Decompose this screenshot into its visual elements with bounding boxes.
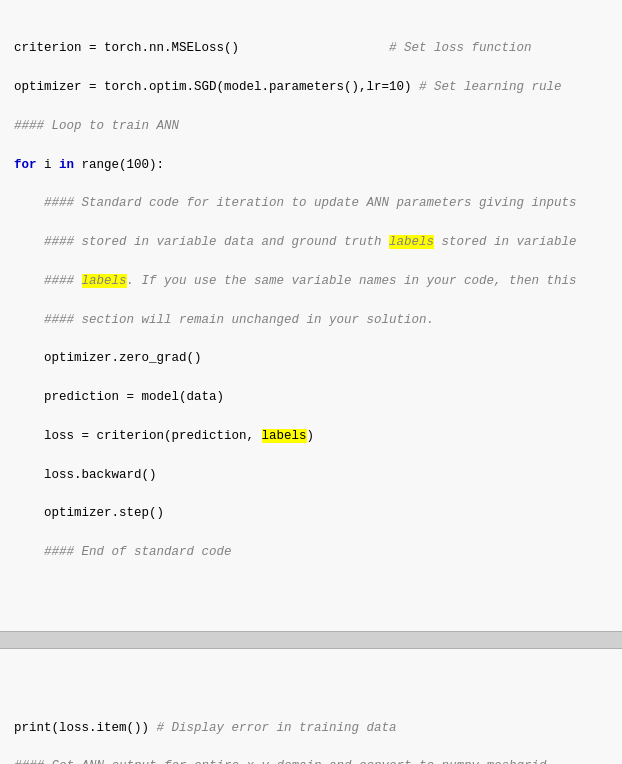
code-line: #### labels. If you use the same variabl… [14, 272, 608, 291]
code-line: for i in range(100): [14, 156, 608, 175]
code-line: loss.backward() [14, 466, 608, 485]
code-line: #### Loop to train ANN [14, 117, 608, 136]
code-section-top: criterion = torch.nn.MSELoss() # Set los… [0, 0, 622, 631]
code-line: optimizer.step() [14, 504, 608, 523]
code-line: prediction = model(data) [14, 388, 608, 407]
code-line: #### Standard code for iteration to upda… [14, 194, 608, 213]
code-line: print(loss.item()) # Display error in tr… [14, 719, 608, 738]
code-block-bottom: print(loss.item()) # Display error in tr… [6, 689, 616, 764]
section-divider [0, 631, 622, 649]
code-line: #### stored in variable data and ground … [14, 233, 608, 252]
code-line: #### Get ANN output for entire x,y domai… [14, 757, 608, 764]
code-line: optimizer.zero_grad() [14, 349, 608, 368]
code-block-top: criterion = torch.nn.MSELoss() # Set los… [6, 10, 616, 611]
code-line: optimizer = torch.optim.SGD(model.parame… [14, 78, 608, 97]
code-line: #### section will remain unchanged in yo… [14, 311, 608, 330]
code-line: loss = criterion(prediction, labels) [14, 427, 608, 446]
code-section-bottom: print(loss.item()) # Display error in tr… [0, 649, 622, 764]
code-line: #### End of standard code [14, 543, 608, 562]
code-line: criterion = torch.nn.MSELoss() # Set los… [14, 39, 608, 58]
